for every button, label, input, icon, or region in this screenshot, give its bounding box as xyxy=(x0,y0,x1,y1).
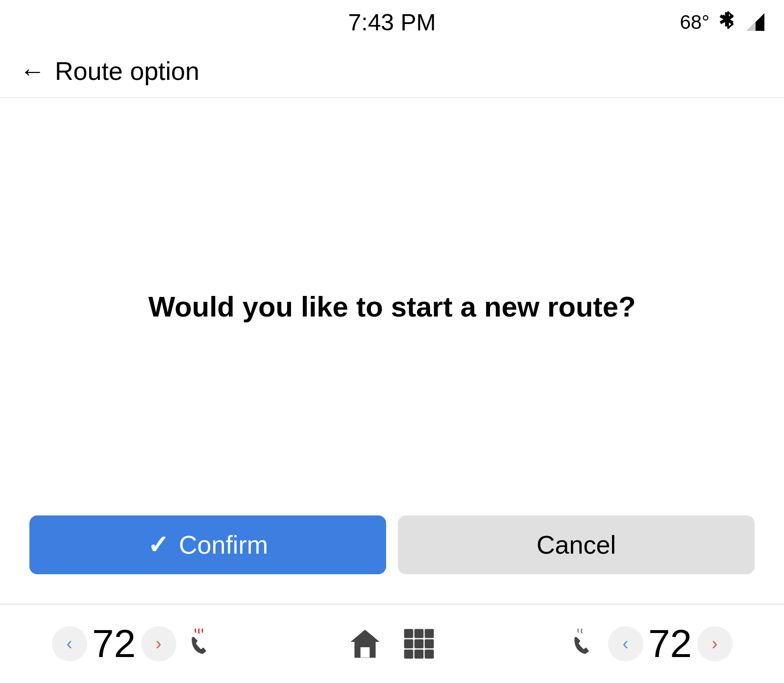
left-increment-button[interactable]: › xyxy=(141,626,176,661)
svg-rect-9 xyxy=(415,639,424,649)
svg-rect-6 xyxy=(415,629,424,638)
bottom-left-section: ‹ 72 › xyxy=(20,624,252,663)
left-chevron-icon: ‹ xyxy=(67,635,73,653)
svg-rect-5 xyxy=(404,629,414,638)
steam-phone-right-icon xyxy=(564,629,603,659)
steam-phone-left-icon xyxy=(181,629,220,659)
back-button[interactable]: ← Route option xyxy=(20,56,199,86)
status-bar: 7:43 PM 68° ✱ xyxy=(0,0,784,44)
bottom-bar: ‹ 72 › xyxy=(0,605,784,683)
action-buttons: ✓ Confirm Cancel xyxy=(0,515,784,604)
left-number: 72 xyxy=(92,624,136,663)
right-chevron-right-icon: › xyxy=(712,635,718,653)
svg-rect-11 xyxy=(404,650,414,659)
right-decrement-button[interactable]: ‹ xyxy=(608,626,643,661)
right-number: 72 xyxy=(648,624,692,663)
grid-icon[interactable] xyxy=(402,627,436,661)
status-icons: 68° ✱ xyxy=(680,10,765,34)
signal-icon xyxy=(747,13,764,31)
svg-rect-13 xyxy=(425,650,434,659)
svg-rect-8 xyxy=(404,639,414,649)
center-icons xyxy=(252,627,532,661)
svg-rect-10 xyxy=(425,639,434,649)
right-increment-button[interactable]: › xyxy=(697,626,733,661)
cancel-button[interactable]: Cancel xyxy=(398,515,755,574)
right-chevron-icon: › xyxy=(156,635,162,653)
page-title: Route option xyxy=(55,56,199,86)
status-temperature: 68° xyxy=(680,11,710,33)
home-icon[interactable] xyxy=(348,627,382,661)
bluetooth-icon: ✱ xyxy=(718,10,738,34)
checkmark-icon: ✓ xyxy=(147,530,169,560)
left-decrement-button[interactable]: ‹ xyxy=(52,626,87,661)
confirm-label: Confirm xyxy=(179,530,268,560)
status-time: 7:43 PM xyxy=(348,9,436,36)
cancel-label: Cancel xyxy=(537,530,616,560)
main-content: Would you like to start a new route? xyxy=(0,98,784,515)
header: ← Route option xyxy=(0,44,784,98)
confirm-button[interactable]: ✓ Confirm xyxy=(29,515,386,574)
svg-rect-12 xyxy=(415,650,424,659)
svg-rect-4 xyxy=(361,647,370,658)
left-chevron-right-icon: ‹ xyxy=(623,635,629,653)
bottom-right-section: ‹ 72 › xyxy=(532,624,764,663)
back-arrow-icon: ← xyxy=(20,58,45,84)
question-text: Would you like to start a new route? xyxy=(148,288,636,325)
svg-rect-7 xyxy=(425,629,434,638)
svg-text:✱: ✱ xyxy=(718,10,735,30)
